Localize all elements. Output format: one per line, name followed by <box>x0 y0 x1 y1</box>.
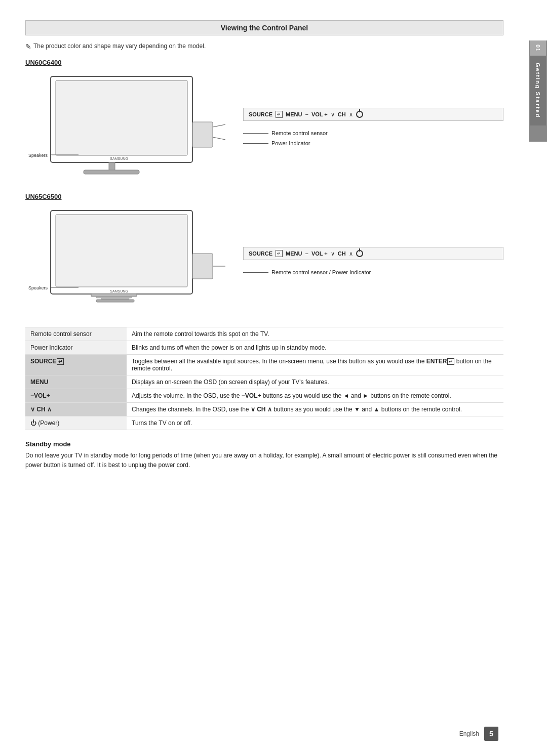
annotation-model2-combined: Remote control sensor / Power Indicator <box>243 269 503 275</box>
note-line: ✎ The product color and shape may vary d… <box>25 43 503 51</box>
table-row: ⏻ (Power) Turns the TV on or off. <box>25 416 503 430</box>
remote-sensor-label: Remote control sensor <box>271 130 328 136</box>
table-row: Remote control sensor Aim the remote con… <box>25 327 503 341</box>
language-label: English <box>459 730 479 737</box>
table-row: SOURCE↵ Toggles between all the availabl… <box>25 355 503 375</box>
table-row: Power Indicator Blinks and turns off whe… <box>25 341 503 355</box>
annotation-remote-sensor: Remote control sensor <box>243 130 503 136</box>
annotation-model2: SOURCE↵ MENU − VOL + ∨ CH ∧ Remote contr… <box>228 205 503 317</box>
svg-rect-14 <box>96 297 132 298</box>
standby-section: Standby mode Do not leave your TV in sta… <box>25 440 503 470</box>
note-icon: ✎ <box>25 43 31 51</box>
svg-rect-11 <box>56 215 187 287</box>
svg-text:SAMSUNG: SAMSUNG <box>110 157 128 160</box>
section-title: Viewing the Control Panel <box>221 24 308 32</box>
tv-drawing-model1: SAMSUNG Speakers <box>25 71 228 183</box>
sidebar-tab: 01 Getting Started <box>529 40 547 142</box>
power-icon-model1 <box>356 111 363 118</box>
model2-label: UN65C6500 <box>25 193 503 200</box>
section-header: Viewing the Control Panel <box>25 20 503 35</box>
table-term: −VOL+ <box>25 389 127 403</box>
power-icon-model2 <box>356 250 363 257</box>
menu-button-label: MENU <box>286 111 302 117</box>
info-table: Remote control sensor Aim the remote con… <box>25 327 503 430</box>
table-term: ⏻ (Power) <box>25 416 127 430</box>
svg-text:Speakers: Speakers <box>28 285 48 290</box>
annotation-power-indicator: Power Indicator <box>243 140 503 146</box>
svg-rect-5 <box>192 122 213 147</box>
svg-rect-17 <box>192 254 213 279</box>
table-definition: Aim the remote control towards this spot… <box>127 327 503 341</box>
page-footer: English 5 <box>459 727 498 741</box>
svg-rect-16 <box>96 300 134 302</box>
svg-rect-4 <box>84 170 139 174</box>
table-term: Remote control sensor <box>25 327 127 341</box>
model2-sensor-label: Remote control sensor / Power Indicator <box>271 269 371 275</box>
table-term: ∨ CH ∧ <box>25 403 127 416</box>
source-button-label: SOURCE <box>249 111 272 117</box>
table-term: MENU <box>25 375 127 389</box>
control-buttons-model1: SOURCE↵ MENU − VOL + ∨ CH ∧ <box>243 108 503 121</box>
page-number: 5 <box>484 727 498 741</box>
svg-rect-13 <box>91 294 137 297</box>
table-row: ∨ CH ∧ Changes the channels. In the OSD,… <box>25 403 503 416</box>
svg-text:SAMSUNG: SAMSUNG <box>110 289 128 293</box>
tv-diagram-model1: SAMSUNG Speakers <box>25 71 503 183</box>
note-text: The product color and shape may vary dep… <box>33 43 206 50</box>
table-definition: Toggles between all the available input … <box>127 355 503 375</box>
control-buttons-model2: SOURCE↵ MENU − VOL + ∨ CH ∧ <box>243 247 503 260</box>
svg-rect-1 <box>56 80 187 155</box>
power-indicator-label: Power Indicator <box>271 140 310 146</box>
table-definition: Adjusts the volume. In the OSD, use the … <box>127 389 503 403</box>
table-term: Power Indicator <box>25 341 127 355</box>
sidebar-label: Getting Started <box>530 56 546 125</box>
tv-diagram-model2: SAMSUNG Speakers <box>25 205 503 317</box>
tv-drawing-model2: SAMSUNG Speakers <box>25 205 228 317</box>
standby-title: Standby mode <box>25 440 503 448</box>
table-term: SOURCE↵ <box>25 355 127 375</box>
svg-line-6 <box>213 124 225 127</box>
table-row: MENU Displays an on-screen the OSD (on s… <box>25 375 503 389</box>
sidebar-number: 01 <box>530 40 546 56</box>
standby-text: Do not leave your TV in standby mode for… <box>25 451 503 470</box>
table-row: −VOL+ Adjusts the volume. In the OSD, us… <box>25 389 503 403</box>
svg-line-7 <box>213 137 225 140</box>
table-definition: Turns the TV on or off. <box>127 416 503 430</box>
table-definition: Changes the channels. In the OSD, use th… <box>127 403 503 416</box>
table-definition: Blinks and turns off when the power is o… <box>127 341 503 355</box>
svg-text:Speakers: Speakers <box>28 153 48 158</box>
annotations-list-model1: Remote control sensor Power Indicator <box>243 130 503 146</box>
model1-label: UN60C6400 <box>25 59 503 66</box>
table-definition: Displays an on-screen the OSD (on screen… <box>127 375 503 389</box>
annotation-model1: SOURCE↵ MENU − VOL + ∨ CH ∧ Remote contr… <box>228 71 503 183</box>
